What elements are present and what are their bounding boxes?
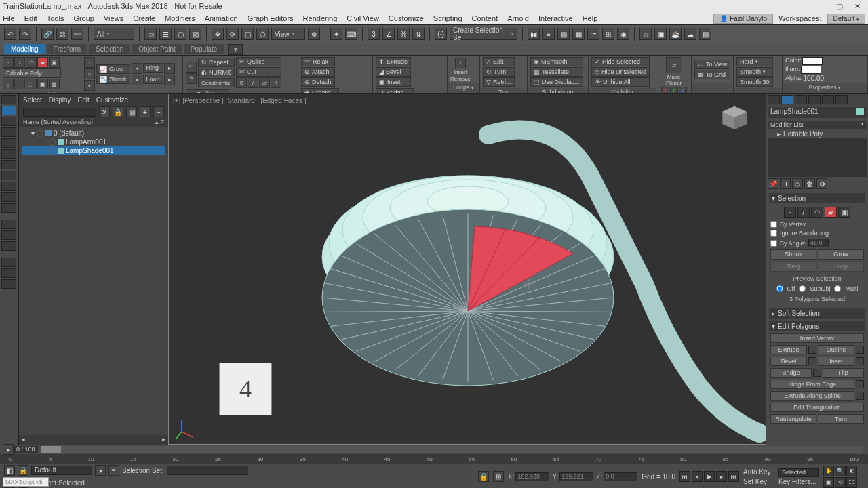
- ring-shift-l-icon[interactable]: ◂: [132, 63, 142, 74]
- key-filters-button[interactable]: Key Filters...: [778, 478, 819, 485]
- se-lock-icon[interactable]: 🔒: [113, 106, 123, 117]
- viewport[interactable]: [+] [Perspective ] [Standard ] [Edged Fa…: [168, 94, 766, 445]
- se-icon-15[interactable]: [1, 258, 16, 267]
- layer-dropdown[interactable]: Default: [31, 466, 92, 475]
- bevel-btn[interactable]: ◢ Bevel: [376, 67, 411, 77]
- nav-zoom-icon[interactable]: 🔍: [835, 466, 846, 476]
- ignore-backfacing-check[interactable]: Ignore Backfacing: [770, 230, 864, 237]
- shrink-button[interactable]: 📉 Shrink: [96, 75, 130, 84]
- menu-views[interactable]: Views: [104, 14, 123, 22]
- menu-arnold[interactable]: Arnold: [507, 14, 529, 22]
- so-edge-icon[interactable]: /: [797, 207, 810, 218]
- placement-icon[interactable]: ⬡: [256, 28, 269, 40]
- group-tris[interactable]: Tris: [480, 88, 527, 94]
- rect-region-icon[interactable]: ▢: [174, 28, 186, 40]
- panel-utilities-icon[interactable]: [835, 95, 848, 104]
- shrink-sel-button[interactable]: Shrink: [770, 249, 816, 260]
- se-icon-3[interactable]: [1, 117, 16, 126]
- retri-btn[interactable]: ▽ Retri...: [483, 77, 515, 87]
- login-button[interactable]: 👤 Fazil Danylo: [713, 14, 773, 24]
- use-disp-btn[interactable]: ⬚ Use Displac...: [530, 77, 583, 87]
- lock-transform-icon[interactable]: 🔓: [478, 471, 489, 482]
- loop-shift-l-icon[interactable]: ◂: [132, 75, 142, 85]
- extrude-btn[interactable]: ⬆ Extrude: [376, 57, 411, 66]
- modifier-stack[interactable]: ▸Editable Poly: [768, 129, 867, 177]
- bridge-settings-icon[interactable]: [813, 369, 821, 377]
- group-subdivision[interactable]: Subdivision: [528, 88, 588, 94]
- grow-sel-button[interactable]: Grow: [818, 249, 864, 260]
- group-loops[interactable]: Loops ▾: [448, 83, 479, 93]
- use-center-icon[interactable]: ⊕: [308, 28, 320, 40]
- isolate-icon[interactable]: ◧: [4, 465, 15, 476]
- layer-explorer-icon[interactable]: ▦: [572, 28, 585, 40]
- se-icon-17[interactable]: [1, 279, 16, 289]
- extrude-button[interactable]: Extrude: [770, 345, 807, 354]
- relax-button[interactable]: 〰 Relax: [301, 57, 335, 66]
- flip-button[interactable]: Flip: [823, 368, 864, 378]
- move-icon[interactable]: ✥: [212, 28, 224, 40]
- menu-customize[interactable]: Customize: [389, 14, 424, 22]
- curve-editor-icon[interactable]: 〜: [587, 28, 599, 40]
- se-icon-14[interactable]: [1, 241, 16, 251]
- menu-tools[interactable]: Tools: [47, 14, 64, 22]
- bridge-btn[interactable]: ∏ Bridge: [376, 88, 414, 94]
- tree-root[interactable]: ▾0 (default): [22, 129, 165, 138]
- render-online-icon[interactable]: ☁: [684, 28, 696, 40]
- redo-icon[interactable]: ↷: [19, 28, 31, 40]
- attach-button[interactable]: ⊕ Attach: [301, 67, 335, 77]
- by-angle-check[interactable]: [770, 240, 777, 247]
- rotate-icon[interactable]: ⟳: [226, 28, 239, 40]
- smooth30-btn[interactable]: Smooth 30: [736, 77, 773, 87]
- tessellate-btn[interactable]: ▦ Tessellate: [530, 67, 583, 77]
- dot-ring-icon[interactable]: ◦: [84, 57, 95, 68]
- object-name-field[interactable]: LampShade001: [768, 107, 867, 118]
- bevel-button[interactable]: Bevel: [770, 357, 807, 366]
- se-icon-16[interactable]: [1, 268, 16, 278]
- prev-frame-icon[interactable]: ◂: [692, 471, 703, 482]
- so-element-icon[interactable]: ▣: [838, 207, 850, 218]
- se-search-input[interactable]: [23, 108, 96, 117]
- outline-settings-icon[interactable]: [856, 346, 864, 354]
- remove-label[interactable]: Remove: [450, 76, 471, 82]
- insert-vertex-button[interactable]: Insert Vertex: [770, 333, 864, 343]
- percent-snap-icon[interactable]: %: [397, 28, 410, 40]
- mirror-icon[interactable]: ◗◖: [528, 28, 540, 40]
- nurms-toggle[interactable]: ◐ NURMS: [198, 68, 235, 77]
- bevel-settings-icon[interactable]: [808, 357, 816, 365]
- tree-lampshade[interactable]: LampShade001: [22, 146, 165, 155]
- layers-icon[interactable]: ▤: [557, 28, 570, 40]
- nav-fov-icon[interactable]: ◐: [846, 466, 857, 476]
- trackbar-toggle-icon[interactable]: ▸: [3, 444, 14, 455]
- timeline-ruler[interactable]: 0510152025303540455055606570758085909510…: [0, 454, 868, 464]
- se-icon-8[interactable]: [1, 171, 16, 180]
- se-icon-1[interactable]: [1, 95, 16, 104]
- menu-rendering[interactable]: Rendering: [303, 14, 338, 22]
- tab-object-paint[interactable]: Object Paint: [132, 44, 182, 54]
- se-add-icon[interactable]: +: [140, 106, 151, 117]
- filter-dropdown[interactable]: All: [94, 28, 134, 40]
- preserve-uv-icon[interactable]: □: [186, 62, 197, 73]
- object-color-swatch[interactable]: [856, 108, 864, 115]
- make-unique-icon[interactable]: ◇: [792, 178, 803, 189]
- minimize-button[interactable]: —: [814, 2, 830, 11]
- selset-icon[interactable]: ≡: [108, 465, 119, 476]
- poly-mode-icon[interactable]: ▰: [37, 57, 48, 68]
- color-swatch[interactable]: [802, 57, 823, 65]
- tab-modeling[interactable]: Modeling: [4, 44, 45, 54]
- con-normal-icon[interactable]: ↑: [271, 77, 281, 88]
- key-target-dropdown[interactable]: Selected: [778, 468, 819, 477]
- edit-tri-btn[interactable]: △ Edit: [483, 57, 515, 66]
- menu-civilview[interactable]: Civil View: [347, 14, 378, 22]
- extrude-spline-button[interactable]: Extrude Along Spline: [770, 391, 854, 401]
- bridge-button[interactable]: Bridge: [770, 368, 812, 378]
- scale-icon[interactable]: ◫: [241, 28, 254, 40]
- configure-icon[interactable]: ⚙: [816, 178, 827, 189]
- menu-grapheditors[interactable]: Graph Editors: [248, 14, 294, 22]
- panel-modify-icon[interactable]: [781, 95, 793, 104]
- ribbon-toggle-icon[interactable]: ▾: [228, 44, 243, 55]
- menu-modifiers[interactable]: Modifiers: [165, 14, 195, 22]
- group-properties[interactable]: Properties ▾: [783, 83, 867, 93]
- se-del-icon[interactable]: −: [153, 106, 164, 117]
- con-none-icon[interactable]: ⊘: [236, 77, 247, 88]
- cut-button[interactable]: ✄ Cut: [236, 67, 281, 77]
